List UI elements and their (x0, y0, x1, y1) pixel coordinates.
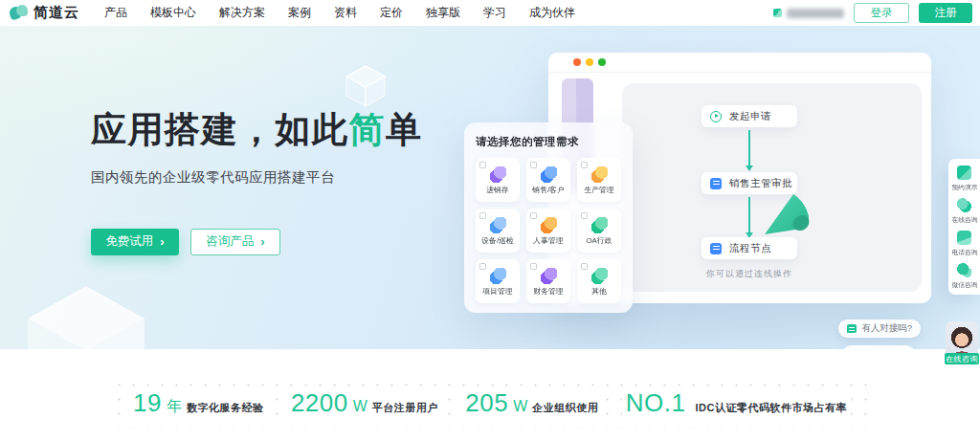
stats-section: 19年 数字化服务经验 2200W 平台注册用户 205W 企业组织使用 NO.… (0, 349, 980, 441)
tile-project[interactable]: 项目管理 (476, 259, 520, 303)
close-dot-icon (561, 58, 568, 66)
project-icon (490, 268, 506, 284)
window-minimize-icon (586, 58, 593, 66)
nav-right: 登录 注册 (773, 3, 972, 23)
play-icon (710, 111, 722, 122)
online-chat-icon (957, 198, 971, 212)
sidebar-item-phone[interactable]: 电话咨询 (948, 231, 980, 257)
login-button[interactable]: 登录 (854, 3, 909, 23)
tile-grid: 进销存 销售/客户 生产管理 设备/巡检 (476, 158, 621, 303)
approval-icon (710, 178, 722, 189)
window-maximize-icon (598, 58, 606, 66)
process-node-icon (710, 243, 722, 254)
tile-inventory[interactable]: 进销存 (476, 158, 520, 202)
cube-decoration-large (24, 282, 148, 349)
hero-copy: 应用搭建，如此简单 国内领先的企业级零代码应用搭建平台 免费试用› 咨询产品› (91, 110, 474, 255)
window-close-icon (573, 58, 581, 66)
arrow-down-icon (748, 130, 750, 166)
tile-hr[interactable]: 人事管理 (526, 209, 570, 253)
window-titlebar (548, 53, 931, 73)
sidebar-item-demo[interactable]: 预约演示 (948, 165, 980, 192)
inventory-icon (490, 166, 506, 183)
checkbox[interactable] (530, 263, 537, 270)
sidebar-item-wechat[interactable]: 微信咨询 (948, 263, 980, 290)
hr-icon (541, 217, 557, 233)
arrow-down-icon (748, 197, 750, 233)
phone-consult-icon (957, 231, 971, 245)
tile-equipment[interactable]: 设备/巡检 (476, 209, 520, 253)
tile-oa-admin[interactable]: OA行政 (577, 209, 621, 253)
logo[interactable]: 简道云 (10, 4, 79, 23)
flow-node-start: 发起申请 (702, 105, 797, 127)
sidebar-item-online-chat[interactable]: 在线咨询 (948, 198, 980, 225)
logo-icon (10, 4, 29, 23)
chat-bubble-2[interactable]: 怎么购买? (842, 345, 915, 349)
phone-number-redacted (787, 9, 844, 18)
consult-product-button[interactable]: 咨询产品› (190, 229, 280, 255)
tile-production[interactable]: 生产管理 (577, 158, 621, 202)
checkbox[interactable] (581, 212, 588, 219)
equipment-icon (490, 217, 506, 233)
tile-other[interactable]: 其他 (577, 259, 621, 303)
contact-side-panel: 预约演示 在线咨询 电话咨询 微信咨询 (948, 159, 980, 295)
hero-cta-group: 免费试用› 咨询产品› (91, 229, 474, 255)
free-trial-button[interactable]: 免费试用› (91, 229, 179, 255)
chat-bubble-1[interactable]: 有人对接吗? (838, 320, 921, 338)
finance-icon (541, 268, 557, 284)
online-consult-badge[interactable]: 在线咨询 (945, 353, 979, 364)
checkbox[interactable] (479, 263, 486, 270)
flow-node-process: 流程节点 (702, 237, 797, 259)
chevron-right-icon: › (160, 235, 164, 248)
checkbox[interactable] (530, 162, 537, 168)
nav-item-dedicated[interactable]: 独享版 (426, 5, 460, 21)
production-icon (591, 166, 608, 183)
stat-organizations: 205W 企业组织使用 (461, 386, 602, 420)
checkbox[interactable] (479, 162, 486, 168)
checkbox[interactable] (581, 162, 588, 168)
tile-sales-crm[interactable]: 销售/客户 (526, 158, 570, 202)
cone-decoration (759, 188, 818, 238)
stats-row: 19年 数字化服务经验 2200W 平台注册用户 205W 企业组织使用 NO.… (112, 378, 868, 428)
nav-item-learning[interactable]: 学习 (483, 5, 506, 21)
workflow-canvas: 发起申请 销售主管审批 流程节点 (622, 83, 922, 292)
page-title: 应用搭建，如此简单 (91, 110, 474, 151)
chevron-right-icon: › (260, 235, 264, 248)
page: 简道云 产品 模板中心 解决方案 案例 资料 定价 独享版 学习 成为伙伴 登录… (0, 0, 980, 441)
stat-years: 19年 数字化服务经验 (129, 386, 267, 420)
nav-item-resources[interactable]: 资料 (334, 5, 357, 21)
nav-item-products[interactable]: 产品 (104, 5, 127, 21)
stat-registered-users: 2200W 平台注册用户 (287, 386, 442, 420)
nav-item-partner[interactable]: 成为伙伴 (529, 5, 575, 21)
checkbox[interactable] (479, 212, 486, 219)
wechat-icon (957, 263, 971, 277)
brand-name: 简道云 (33, 4, 79, 22)
hero-subtitle: 国内领先的企业级零代码应用搭建平台 (91, 168, 474, 187)
flow-caption: 你可以通过连线操作 (654, 268, 845, 280)
checkbox[interactable] (530, 212, 537, 219)
other-icon (591, 268, 608, 284)
nav-item-templates[interactable]: 模板中心 (150, 5, 196, 21)
management-needs-card: 请选择您的管理需求 进销存 销售/客户 生产管理 (464, 122, 633, 313)
register-button[interactable]: 注册 (919, 3, 972, 23)
title-highlight: 简 (349, 110, 387, 149)
nav-item-cases[interactable]: 案例 (288, 5, 311, 21)
checkbox[interactable] (581, 263, 588, 270)
card-title: 请选择您的管理需求 (476, 135, 621, 149)
navbar: 简道云 产品 模板中心 解决方案 案例 资料 定价 独享版 学习 成为伙伴 登录… (0, 0, 980, 26)
chat-icon (847, 324, 857, 333)
phone-icon (773, 9, 782, 17)
nav-item-solutions[interactable]: 解决方案 (219, 5, 265, 21)
sales-crm-icon (541, 166, 557, 183)
cube-decoration-small (345, 64, 387, 108)
oa-admin-icon (591, 217, 608, 233)
demo-booking-icon (957, 165, 971, 180)
nav-item-pricing[interactable]: 定价 (380, 5, 403, 21)
hero-section: 应用搭建，如此简单 国内领先的企业级零代码应用搭建平台 免费试用› 咨询产品› (0, 26, 980, 349)
tile-finance[interactable]: 财务管理 (526, 259, 570, 303)
stat-market-share: NO.1 IDC认证零代码软件市场占有率 (622, 386, 851, 420)
phone-number (773, 9, 844, 18)
nav-menu: 产品 模板中心 解决方案 案例 资料 定价 独享版 学习 成为伙伴 (104, 5, 575, 21)
